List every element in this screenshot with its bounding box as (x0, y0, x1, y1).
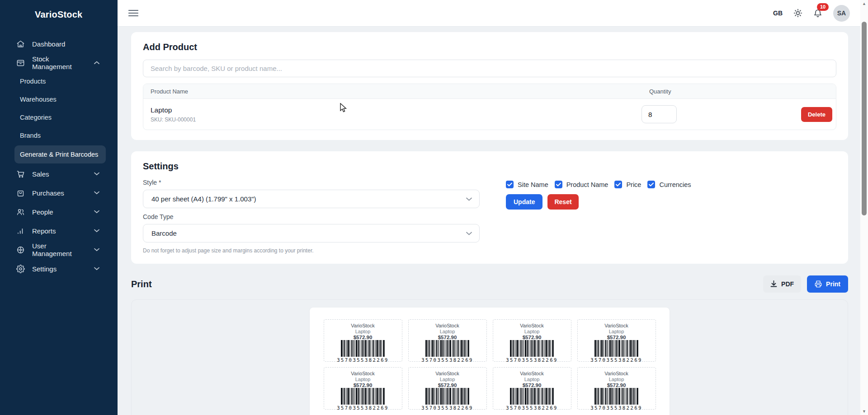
checkbox-site-name[interactable]: Site Name (506, 181, 548, 188)
checkbox-product-name[interactable]: Product Name (555, 181, 609, 188)
checkbox-label: Currencies (659, 181, 691, 188)
sidebar-item-stock-management[interactable]: Stock Management (0, 53, 118, 72)
printer-note: Do not forget to adjust page size and ma… (143, 247, 480, 254)
sidebar-item-label: Purchases (32, 189, 64, 197)
checkbox-currencies[interactable]: Currencies (647, 181, 691, 188)
sidebar-item-sales[interactable]: Sales (0, 164, 118, 183)
sidebar-item-user-management[interactable]: User Management (0, 240, 118, 259)
barcode-label: VarioStockLaptop$572.903570355382269 (324, 319, 402, 362)
label-price: $572.90 (523, 382, 542, 388)
sidebar-item-generate-print-barcodes[interactable]: Generate & Print Barcodes (14, 145, 106, 163)
barcode-number: 3570355382269 (421, 405, 473, 410)
barcode-label: VarioStockLaptop$572.903570355382269 (324, 367, 402, 410)
label-site-name: VarioStock (520, 371, 543, 376)
label-site-name: VarioStock (520, 323, 543, 328)
sidebar-item-warehouses[interactable]: Warehouses (0, 90, 118, 108)
print-preview-card: VarioStockLaptop$572.903570355382269Vari… (131, 299, 848, 415)
barcode-label: VarioStockLaptop$572.903570355382269 (577, 367, 656, 410)
settings-left-column: Style * 40 per sheet (A4) (1.799" x 1.00… (143, 179, 480, 254)
barcode-number: 3570355382269 (337, 357, 389, 363)
topbar: GB 10 SA (118, 0, 868, 26)
label-price: $572.90 (354, 335, 373, 340)
sun-icon[interactable] (793, 9, 802, 18)
checkbox-label: Price (626, 181, 641, 188)
barcode-label: VarioStockLaptop$572.903570355382269 (493, 367, 571, 410)
language-selector[interactable]: GB (773, 9, 783, 17)
cart-icon (16, 170, 25, 178)
label-product-name: Laptop (355, 377, 371, 382)
label-product-name: Laptop (524, 377, 540, 382)
scroll-up-arrow[interactable]: ▲ (862, 0, 866, 7)
sidebar-item-people[interactable]: People (0, 202, 118, 221)
hamburger-icon[interactable] (128, 9, 138, 17)
barcode-number: 3570355382269 (590, 405, 642, 410)
vertical-scrollbar[interactable]: ▲ ▼ (860, 0, 868, 415)
print-button[interactable]: Print (807, 275, 848, 293)
barcode-graphic (510, 388, 554, 405)
pdf-button-label: PDF (781, 280, 794, 288)
sidebar-item-categories[interactable]: Categories (0, 108, 118, 126)
sidebar-item-purchases[interactable]: Purchases (0, 183, 118, 202)
barcode-sheet: VarioStockLaptop$572.903570355382269Vari… (310, 308, 670, 415)
barcode-number: 3570355382269 (421, 357, 473, 363)
chevron-down-icon (466, 197, 472, 201)
download-icon (770, 280, 777, 288)
sidebar-item-label: Sales (32, 170, 49, 178)
barcode-graphic (341, 388, 385, 405)
style-label: Style * (143, 179, 480, 186)
usermgmt-icon (16, 246, 25, 254)
add-product-title: Add Product (143, 42, 836, 52)
sidebar-item-brands[interactable]: Brands (0, 126, 118, 145)
sidebar-item-dashboard[interactable]: Dashboard (0, 34, 118, 53)
label-price: $572.90 (607, 335, 626, 340)
add-product-card: Add Product Product Name Quantity Laptop… (131, 32, 848, 140)
sidebar-item-label: Stock Management (32, 55, 87, 70)
update-button[interactable]: Update (506, 194, 542, 210)
product-sku: SKU: SKU-000001 (151, 117, 642, 123)
settings-title: Settings (143, 161, 836, 172)
bell-icon[interactable]: 10 (813, 9, 822, 18)
label-site-name: VarioStock (435, 323, 459, 328)
barcode-graphic (425, 388, 470, 405)
settings-card: Settings Style * 40 per sheet (A4) (1.79… (131, 151, 848, 264)
chart-icon (16, 227, 25, 235)
product-table-header: Product Name Quantity (143, 84, 836, 99)
barcode-graphic (425, 340, 470, 357)
barcode-label: VarioStockLaptop$572.903570355382269 (408, 319, 487, 362)
product-search-input[interactable] (143, 60, 836, 77)
chevron-down-icon (94, 248, 99, 252)
code-type-select[interactable]: Barcode (143, 224, 480, 242)
label-site-name: VarioStock (351, 371, 374, 376)
reset-button[interactable]: Reset (547, 194, 578, 210)
pdf-button[interactable]: PDF (763, 275, 801, 293)
sidebar: VarioStock DashboardStock ManagementProd… (0, 0, 118, 415)
product-name: Laptop (151, 106, 642, 114)
stock-icon (16, 59, 25, 67)
sidebar-item-label: Reports (32, 227, 56, 235)
quantity-input[interactable] (642, 105, 677, 123)
checkbox-checked-icon (614, 181, 622, 188)
scroll-down-arrow[interactable]: ▼ (862, 408, 866, 415)
checkbox-price[interactable]: Price (614, 181, 641, 188)
chevron-down-icon (94, 172, 99, 176)
sidebar-item-settings[interactable]: Settings (0, 259, 118, 278)
delete-button[interactable]: Delete (801, 107, 832, 122)
avatar[interactable]: SA (833, 5, 850, 22)
settings-right-column: Site NameProduct NamePriceCurrencies Upd… (506, 179, 836, 254)
home-icon (16, 40, 25, 48)
column-quantity: Quantity (642, 88, 836, 95)
barcode-number: 3570355382269 (590, 357, 642, 363)
chevron-up-icon (94, 61, 99, 65)
barcode-label: VarioStockLaptop$572.903570355382269 (493, 319, 571, 362)
main-content: Add Product Product Name Quantity Laptop… (118, 26, 868, 415)
barcode-number: 3570355382269 (506, 357, 558, 363)
label-product-name: Laptop (609, 377, 624, 382)
label-site-name: VarioStock (351, 323, 374, 328)
sidebar-item-products[interactable]: Products (0, 72, 118, 90)
scrollbar-thumb[interactable] (862, 22, 867, 215)
style-select[interactable]: 40 per sheet (A4) (1.799" x 1.003") (143, 190, 480, 208)
chevron-down-icon (94, 210, 99, 214)
label-product-name: Laptop (440, 377, 455, 382)
sidebar-item-reports[interactable]: Reports (0, 221, 118, 240)
checkbox-label: Product Name (566, 181, 609, 188)
